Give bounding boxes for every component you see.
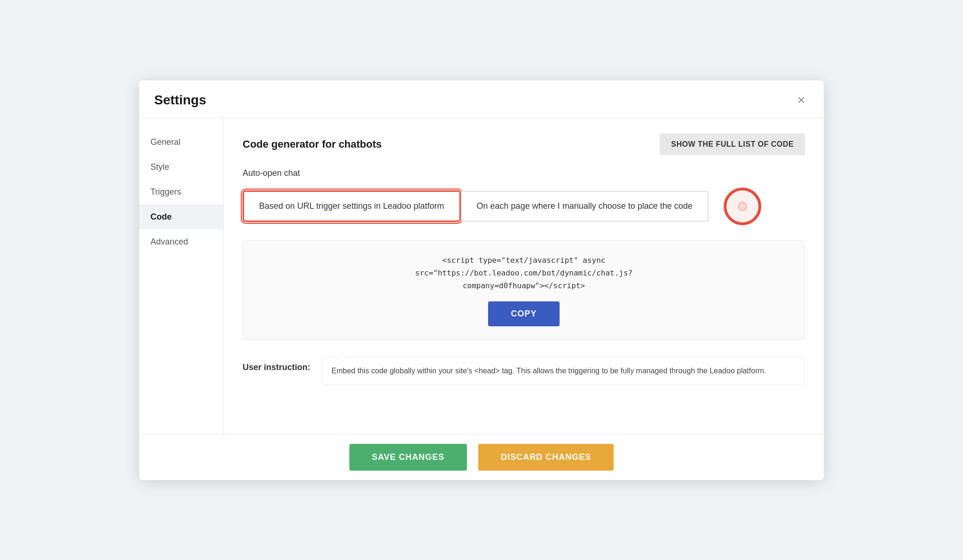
radio-inner [738,202,747,211]
copy-button[interactable]: COPY [488,301,559,326]
sidebar: General Style Triggers Code Advanced [139,118,224,434]
option-url-trigger-button[interactable]: Based on URL trigger settings in Leadoo … [243,190,461,222]
code-block: <script type="text/javascript" async src… [243,240,805,340]
sidebar-item-triggers[interactable]: Triggers [139,180,223,205]
modal-body: General Style Triggers Code Advanced Cod… [139,118,824,434]
sidebar-item-style[interactable]: Style [139,155,223,180]
sidebar-item-advanced[interactable]: Advanced [139,229,223,254]
option-manual-button[interactable]: On each page where I manually choose to … [461,191,709,221]
user-instruction-box: Embed this code globally within your sit… [322,357,805,385]
user-instruction-row: User instruction: Embed this code global… [243,357,805,385]
user-instruction-label: User instruction: [243,357,310,372]
section-title: Code generator for chatbots [243,138,382,150]
code-text: <script type="text/javascript" async src… [262,254,786,292]
modal-title: Settings [154,93,206,108]
section-header: Code generator for chatbots SHOW THE FUL… [243,134,805,155]
save-changes-button[interactable]: SAVE CHANGES [349,444,467,471]
main-content: Code generator for chatbots SHOW THE FUL… [224,118,824,434]
modal-header: Settings × [139,80,824,118]
sidebar-item-code[interactable]: Code [139,205,223,229]
show-full-list-button[interactable]: SHOW THE FULL LIST OF CODE [660,134,805,155]
sidebar-item-general[interactable]: General [139,130,223,155]
discard-changes-button[interactable]: DISCARD CHANGES [478,444,614,471]
auto-open-label: Auto-open chat [243,168,805,178]
options-row: Based on URL trigger settings in Leadoo … [243,188,805,225]
modal-footer: SAVE CHANGES DISCARD CHANGES [139,434,824,480]
radio-circle-indicator [724,188,761,225]
close-button[interactable]: × [794,92,809,109]
settings-modal: Settings × General Style Triggers Code A… [139,80,824,480]
